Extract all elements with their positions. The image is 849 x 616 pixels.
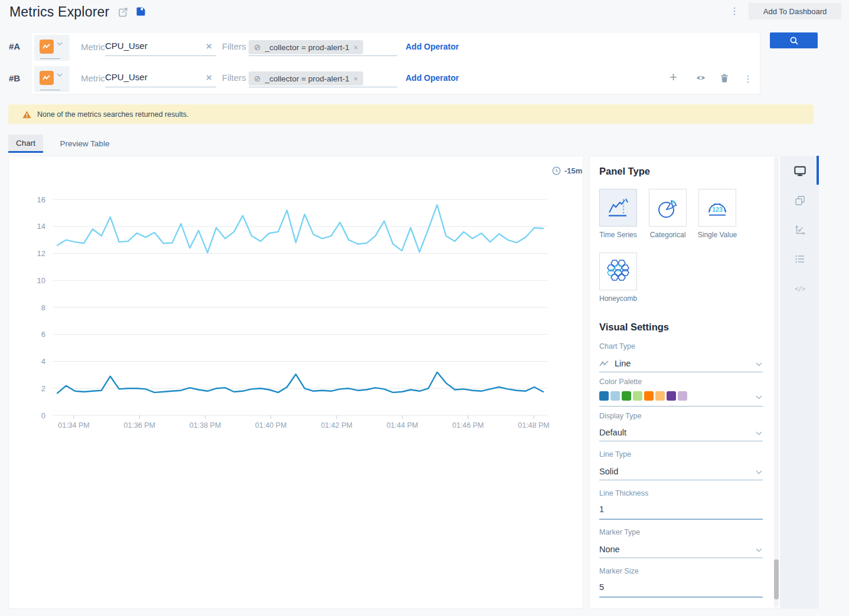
panel-type-time-series[interactable] — [599, 189, 637, 227]
query-row-id-a: #A — [9, 41, 20, 51]
svg-text:01:46 PM: 01:46 PM — [452, 421, 484, 430]
palette-swatch — [644, 391, 654, 401]
panel-type-time-series-label: Time Series — [592, 231, 645, 239]
share-icon[interactable] — [117, 7, 128, 18]
marker-type-dropdown[interactable]: None — [599, 543, 763, 556]
page-title: Metrics Explorer — [9, 4, 109, 20]
display-type-underline — [599, 441, 763, 441]
palette-swatch — [678, 391, 687, 401]
panel-type-single-value-label: Single Value — [691, 231, 744, 239]
active-tool-indicator — [817, 156, 819, 185]
add-to-dashboard-button[interactable]: Add To Dashboard — [749, 3, 841, 19]
line-type-value: Solid — [599, 467, 618, 476]
metrics-chart-icon — [40, 71, 54, 85]
clear-metric-icon[interactable]: × — [206, 73, 212, 83]
marker-type-value: None — [599, 545, 620, 554]
marker-size-label: Marker Size — [599, 567, 639, 575]
palette-swatch — [655, 391, 665, 401]
add-query-row-button[interactable]: + — [670, 70, 677, 85]
header-more-icon[interactable]: ⋮ — [730, 6, 739, 16]
code-view-icon[interactable]: </> — [792, 281, 808, 296]
metric-label: Metric — [81, 42, 105, 52]
svg-text:2: 2 — [41, 384, 45, 393]
run-search-button[interactable] — [770, 32, 818, 48]
metric-type-underline — [40, 58, 60, 59]
line-thickness-input[interactable] — [599, 504, 747, 514]
filters-underline — [249, 55, 397, 56]
visibility-eye-icon[interactable] — [695, 74, 707, 82]
warning-message: None of the metrics searches returned re… — [37, 110, 188, 119]
svg-text:01:34 PM: 01:34 PM — [58, 421, 90, 430]
query-row-id-b: #B — [9, 73, 20, 83]
metric-underline — [105, 87, 216, 87]
svg-text:16: 16 — [37, 195, 45, 204]
add-operator-link[interactable]: Add Operator — [406, 42, 459, 51]
filter-chip[interactable]: ⊘ _collector = prod-alert-1 × — [249, 40, 363, 54]
chart-type-underline — [599, 372, 763, 372]
svg-text:6: 6 — [41, 330, 45, 339]
filter-chip[interactable]: ⊘ _collector = prod-alert-1 × — [249, 71, 363, 86]
query-card: Metric × Filters ⊘ _collector = prod-ale… — [31, 32, 760, 94]
chart-type-dropdown[interactable]: Line — [599, 358, 763, 371]
time-series-icon — [606, 196, 630, 219]
display-view-icon[interactable] — [792, 164, 808, 178]
palette-swatch — [667, 391, 676, 401]
svg-text:4: 4 — [41, 357, 45, 366]
filters-underline — [249, 87, 397, 87]
categorical-pie-icon — [656, 196, 680, 219]
metric-input[interactable] — [105, 41, 200, 51]
settings-scrollbar-track[interactable] — [774, 157, 779, 608]
palette-swatch — [622, 391, 631, 401]
save-icon[interactable] — [136, 6, 146, 17]
metrics-explorer-page: Metrics Explorer ⋮ Add To Dashboard #A #… — [0, 0, 849, 616]
legend-list-icon[interactable] — [792, 252, 808, 266]
panel-type-categorical[interactable] — [649, 189, 687, 227]
display-type-label: Display Type — [599, 412, 641, 420]
metric-type-selector-b[interactable] — [34, 66, 70, 92]
settings-scrollbar-thumb[interactable] — [774, 559, 779, 599]
marker-size-input[interactable] — [599, 582, 747, 592]
display-type-dropdown[interactable]: Default — [599, 427, 763, 440]
svg-text:01:42 PM: 01:42 PM — [321, 421, 352, 430]
line-type-label: Line Type — [599, 450, 631, 458]
svg-text:01:44 PM: 01:44 PM — [387, 421, 419, 430]
marker-size-underline — [599, 597, 763, 598]
svg-text:14: 14 — [37, 222, 45, 231]
time-series-chart[interactable]: 024681012141601:34 PM01:36 PM01:38 PM01:… — [9, 156, 584, 440]
svg-text:01:38 PM: 01:38 PM — [190, 421, 221, 430]
duplicate-layers-icon[interactable] — [792, 194, 808, 208]
honeycomb-icon — [606, 260, 630, 283]
chart-axes-icon[interactable] — [792, 223, 808, 237]
line-type-dropdown[interactable]: Solid — [599, 466, 763, 479]
chevron-down-icon — [756, 470, 762, 474]
remove-filter-icon[interactable]: × — [354, 74, 358, 83]
metric-underline — [105, 55, 216, 56]
chart-panel: -15m 024681012141601:34 PM01:36 PM01:38 … — [8, 156, 583, 609]
add-operator-link[interactable]: Add Operator — [406, 73, 459, 83]
tab-preview-table[interactable]: Preview Table — [51, 135, 119, 153]
chart-type-label: Chart Type — [599, 342, 635, 350]
row-more-icon[interactable]: ⋮ — [743, 74, 753, 84]
line-type-underline — [599, 480, 763, 480]
marker-type-label: Marker Type — [599, 528, 640, 536]
panel-type-honeycomb[interactable] — [599, 253, 637, 290]
line-thickness-underline — [599, 519, 763, 520]
tab-chart[interactable]: Chart — [8, 135, 43, 153]
filter-chip-text: _collector = prod-alert-1 — [265, 74, 350, 83]
metric-type-selector-a[interactable] — [34, 35, 70, 61]
clear-metric-icon[interactable]: × — [206, 41, 212, 51]
svg-text:10: 10 — [37, 276, 45, 285]
delete-row-trash-icon[interactable] — [719, 73, 730, 83]
marker-type-underline — [599, 558, 763, 558]
metric-input[interactable] — [105, 72, 200, 82]
svg-text:01:40 PM: 01:40 PM — [255, 421, 287, 430]
line-chart-glyph-icon — [599, 361, 609, 367]
color-palette-dropdown[interactable] — [599, 391, 763, 403]
panel-type-single-value[interactable]: 123 — [698, 189, 736, 227]
palette-swatch — [610, 391, 620, 401]
palette-swatch — [633, 391, 642, 401]
remove-filter-icon[interactable]: × — [354, 43, 358, 52]
color-palette-label: Color Palette — [599, 378, 642, 386]
chevron-down-icon — [756, 395, 762, 399]
metric-type-underline — [40, 90, 60, 90]
